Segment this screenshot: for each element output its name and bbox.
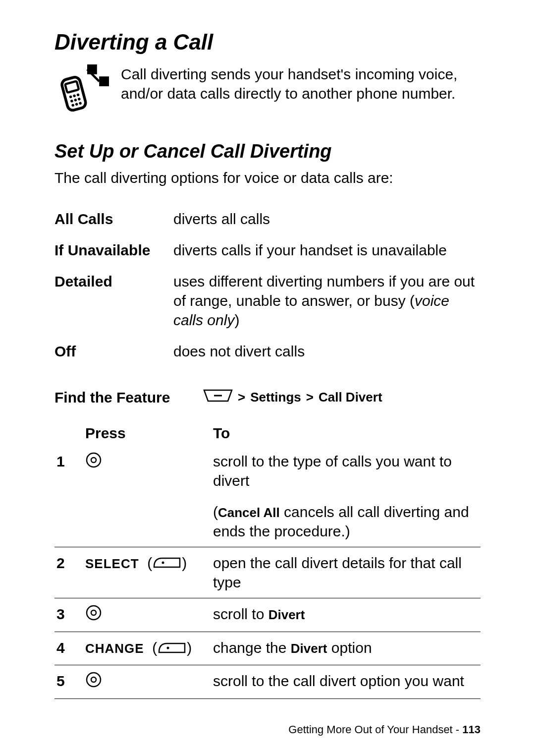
svg-point-5 [73,94,76,98]
step-number: 5 [54,665,83,699]
svg-rect-1 [99,76,109,86]
step-press: CHANGE ( ) [83,632,211,665]
step-press [83,598,211,632]
section-intro: The call diverting options for voice or … [54,168,481,188]
option-label: Off [54,336,173,367]
svg-point-21 [91,677,96,682]
menu-key-icon [203,389,233,406]
svg-point-19 [167,646,169,649]
svg-point-17 [87,606,101,620]
page-title: Diverting a Call [54,30,481,55]
option-desc: uses different diverting numbers if you … [173,266,481,336]
step-desc: scroll to the type of calls you want to … [211,446,481,496]
breadcrumb-item: Settings [250,390,301,405]
step-strong: Divert [268,607,305,622]
step-text: scroll to [213,606,268,622]
step-press: SELECT ( ) [83,547,211,598]
option-row: Detailed uses different diverting number… [54,266,481,336]
option-row: If Unavailable diverts calls if your han… [54,234,481,266]
step-row: 2 SELECT ( ) open the call divert detail… [54,547,481,598]
svg-point-12 [79,102,82,105]
step-desc: open the call divert details for that ca… [211,547,481,598]
intro-row: Call diverting sends your handset's inco… [54,64,481,121]
svg-point-8 [74,98,77,102]
note-open: ( [213,504,218,520]
step-note: (Cancel All cancels all call diverting a… [211,496,481,547]
footer-text: Getting More Out of Your Handset - [288,723,462,736]
find-feature-label: Find the Feature [54,389,203,406]
svg-point-16 [162,562,164,564]
phone-divert-icon [54,64,109,121]
note-strong: Cancel All [218,505,280,520]
page-footer: Getting More Out of Your Handset - 113 [288,723,481,736]
step-press [83,665,211,699]
col-press-header: Press [83,421,211,446]
option-row: All Calls diverts all calls [54,203,481,234]
option-desc: diverts all calls [173,203,481,234]
options-table: All Calls diverts all calls If Unavailab… [54,203,481,367]
softkey-label: SELECT [85,556,139,571]
steps-header: Press To [54,421,481,446]
breadcrumb-sep: > [238,390,245,405]
svg-point-4 [69,95,72,99]
option-row: Off does not divert calls [54,336,481,367]
option-label: All Calls [54,203,173,234]
step-number: 2 [54,547,83,598]
step-number: 1 [54,446,83,496]
svg-point-9 [77,97,81,101]
step-strong: Divert [291,641,327,656]
step-row: 3 scroll to Divert [54,598,481,632]
svg-point-15 [91,458,96,463]
step-row: 5 scroll to the call divert option you w… [54,665,481,699]
step-number: 4 [54,632,83,665]
nav-key-icon [85,452,102,473]
step-row: 4 CHANGE ( ) change the Divert option [54,632,481,665]
step-number: 3 [54,598,83,632]
find-feature-row: Find the Feature > Settings > Call Diver… [54,389,481,406]
svg-point-6 [76,93,80,97]
option-label: If Unavailable [54,234,173,266]
breadcrumb-sep: > [306,390,314,405]
svg-point-14 [87,453,101,467]
intro-text: Call diverting sends your handset's inco… [121,64,481,103]
svg-point-20 [87,673,101,687]
steps-table: Press To 1 scroll to the type of calls y… [54,421,481,699]
step-text: change the [213,640,291,656]
nav-key-icon [85,604,102,626]
option-label: Detailed [54,266,173,336]
step-desc: scroll to the call divert option you wan… [211,665,481,699]
step-row-note: (Cancel All cancels all call diverting a… [54,496,481,547]
option-desc: does not divert calls [173,336,481,367]
step-desc: change the Divert option [211,632,481,665]
section-heading: Set Up or Cancel Call Diverting [54,141,481,162]
svg-rect-3 [65,81,79,93]
nav-key-icon [85,671,102,693]
option-desc: diverts calls if your handset is unavail… [173,234,481,266]
svg-point-7 [70,99,74,103]
col-to-header: To [211,421,481,446]
option-desc-after: ) [234,312,239,328]
svg-point-18 [91,610,96,615]
step-press [83,446,211,496]
softkey-label: CHANGE [85,641,144,656]
svg-point-11 [75,103,78,106]
soft-key-icon [152,554,182,574]
step-row: 1 scroll to the type of calls you want t… [54,446,481,496]
page-number: 113 [462,723,481,736]
soft-key-icon [157,640,187,659]
breadcrumb-item: Call Divert [319,390,382,405]
svg-point-10 [71,104,75,107]
find-feature-path: > Settings > Call Divert [203,389,382,406]
step-text: option [327,640,372,656]
step-desc: scroll to Divert [211,598,481,632]
